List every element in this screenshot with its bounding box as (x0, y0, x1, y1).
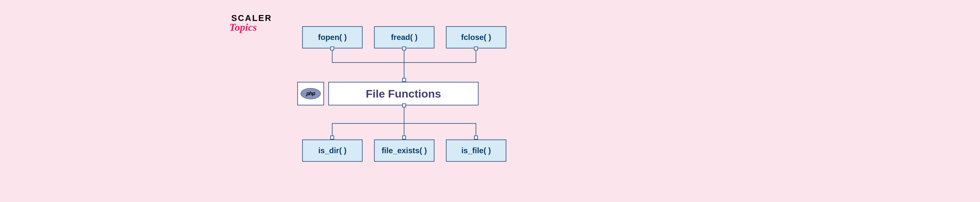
php-icon: php (301, 88, 321, 99)
main-title-box: File Functions (328, 82, 479, 106)
connector-line (404, 107, 404, 123)
fn-file-exists: file_exists( ) (374, 139, 434, 162)
connector-port (402, 78, 406, 82)
connector-port (474, 136, 478, 139)
fn-label: fread( ) (391, 33, 417, 42)
main-title: File Functions (366, 87, 441, 100)
fn-label: fclose( ) (461, 33, 491, 42)
connector-line (332, 124, 332, 136)
scaler-topics-logo: SCALER Topics (231, 13, 272, 34)
connector-port (330, 136, 334, 139)
fn-is-file: is_file( ) (446, 139, 506, 162)
connector-line (332, 50, 332, 63)
connector-port (474, 46, 478, 50)
php-icon-box: php (297, 82, 324, 106)
connector-line (404, 63, 404, 79)
fn-label: is_file( ) (461, 146, 491, 155)
connector-line (476, 124, 476, 136)
connector-line (476, 50, 476, 63)
fn-label: file_exists( ) (382, 146, 427, 155)
fn-fopen: fopen( ) (302, 26, 363, 48)
fn-fclose: fclose( ) (446, 26, 506, 48)
file-functions-diagram: fopen( ) fread( ) fclose( ) php File Fun… (284, 26, 526, 170)
connector-line (404, 50, 404, 63)
fn-is-dir: is_dir( ) (302, 139, 363, 162)
connector-port (402, 136, 406, 139)
connector-port (402, 103, 406, 107)
connector-port (402, 46, 406, 50)
fn-label: fopen( ) (318, 33, 347, 42)
connector-port (330, 46, 334, 50)
fn-fread: fread( ) (374, 26, 434, 48)
connector-line (404, 124, 404, 136)
fn-label: is_dir( ) (318, 146, 347, 155)
php-icon-text: php (306, 91, 315, 96)
